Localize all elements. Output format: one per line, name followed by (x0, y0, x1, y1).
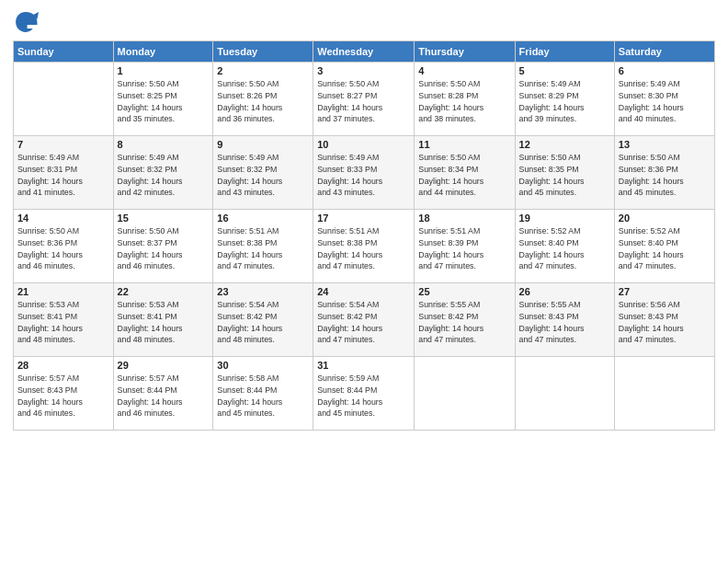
day-number: 4 (418, 65, 510, 76)
day-info: Sunrise: 5:53 AM Sunset: 8:41 PM Dayligh… (17, 299, 109, 346)
calendar-cell: 11Sunrise: 5:50 AM Sunset: 8:34 PM Dayli… (415, 136, 515, 210)
calendar-cell: 20Sunrise: 5:52 AM Sunset: 8:40 PM Dayli… (614, 210, 714, 283)
day-number: 19 (519, 213, 610, 224)
day-number: 29 (118, 360, 210, 371)
day-number: 9 (217, 139, 309, 150)
calendar-week-3: 14Sunrise: 5:50 AM Sunset: 8:36 PM Dayli… (14, 210, 715, 283)
calendar-cell: 14Sunrise: 5:50 AM Sunset: 8:36 PM Dayli… (14, 210, 114, 283)
weekday-header-wednesday: Wednesday (313, 41, 415, 63)
calendar-table: SundayMondayTuesdayWednesdayThursdayFrid… (13, 40, 715, 431)
calendar-cell: 23Sunrise: 5:54 AM Sunset: 8:42 PM Dayli… (213, 283, 313, 357)
calendar-cell: 15Sunrise: 5:50 AM Sunset: 8:37 PM Dayli… (113, 210, 213, 283)
calendar-cell: 30Sunrise: 5:58 AM Sunset: 8:44 PM Dayli… (213, 357, 313, 431)
calendar-cell (14, 63, 114, 136)
day-number: 2 (217, 65, 309, 76)
day-info: Sunrise: 5:50 AM Sunset: 8:36 PM Dayligh… (17, 225, 109, 272)
day-number: 12 (519, 139, 610, 150)
day-number: 20 (619, 213, 711, 224)
day-info: Sunrise: 5:50 AM Sunset: 8:35 PM Dayligh… (519, 152, 610, 199)
calendar-cell: 17Sunrise: 5:51 AM Sunset: 8:38 PM Dayli… (313, 210, 415, 283)
day-info: Sunrise: 5:49 AM Sunset: 8:30 PM Dayligh… (619, 78, 711, 125)
calendar-cell: 29Sunrise: 5:57 AM Sunset: 8:44 PM Dayli… (113, 357, 213, 431)
calendar-cell: 1Sunrise: 5:50 AM Sunset: 8:25 PM Daylig… (113, 63, 213, 136)
day-info: Sunrise: 5:50 AM Sunset: 8:34 PM Dayligh… (418, 152, 510, 199)
day-info: Sunrise: 5:57 AM Sunset: 8:43 PM Dayligh… (17, 373, 109, 419)
day-info: Sunrise: 5:56 AM Sunset: 8:43 PM Dayligh… (619, 299, 711, 346)
day-info: Sunrise: 5:54 AM Sunset: 8:42 PM Dayligh… (217, 299, 309, 346)
weekday-header-thursday: Thursday (415, 41, 515, 63)
calendar-cell (614, 357, 714, 431)
calendar-cell: 8Sunrise: 5:49 AM Sunset: 8:32 PM Daylig… (113, 136, 213, 210)
calendar-cell: 31Sunrise: 5:59 AM Sunset: 8:44 PM Dayli… (313, 357, 415, 431)
calendar-week-2: 7Sunrise: 5:49 AM Sunset: 8:31 PM Daylig… (14, 136, 715, 210)
day-number: 8 (118, 139, 210, 150)
day-info: Sunrise: 5:51 AM Sunset: 8:39 PM Dayligh… (418, 225, 510, 272)
day-info: Sunrise: 5:55 AM Sunset: 8:43 PM Dayligh… (519, 299, 610, 346)
calendar-cell (415, 357, 515, 431)
day-info: Sunrise: 5:50 AM Sunset: 8:36 PM Dayligh… (619, 152, 711, 199)
day-info: Sunrise: 5:54 AM Sunset: 8:42 PM Dayligh… (317, 299, 410, 346)
calendar-cell: 16Sunrise: 5:51 AM Sunset: 8:38 PM Dayli… (213, 210, 313, 283)
day-info: Sunrise: 5:49 AM Sunset: 8:32 PM Dayligh… (217, 152, 309, 199)
day-number: 14 (17, 213, 109, 224)
day-info: Sunrise: 5:58 AM Sunset: 8:44 PM Dayligh… (217, 373, 309, 419)
calendar-cell: 7Sunrise: 5:49 AM Sunset: 8:31 PM Daylig… (14, 136, 114, 210)
day-info: Sunrise: 5:52 AM Sunset: 8:40 PM Dayligh… (619, 225, 711, 272)
calendar-cell: 27Sunrise: 5:56 AM Sunset: 8:43 PM Dayli… (614, 283, 714, 357)
day-info: Sunrise: 5:50 AM Sunset: 8:28 PM Dayligh… (418, 78, 510, 125)
day-number: 31 (317, 360, 410, 371)
calendar-cell: 2Sunrise: 5:50 AM Sunset: 8:26 PM Daylig… (213, 63, 313, 136)
page: SundayMondayTuesdayWednesdayThursdayFrid… (0, 0, 728, 563)
day-info: Sunrise: 5:50 AM Sunset: 8:27 PM Dayligh… (317, 78, 410, 125)
calendar-cell: 18Sunrise: 5:51 AM Sunset: 8:39 PM Dayli… (415, 210, 515, 283)
day-number: 25 (418, 286, 510, 297)
day-number: 16 (217, 213, 309, 224)
day-info: Sunrise: 5:53 AM Sunset: 8:41 PM Dayligh… (118, 299, 210, 346)
calendar-cell (515, 357, 614, 431)
day-info: Sunrise: 5:50 AM Sunset: 8:26 PM Dayligh… (217, 78, 309, 125)
day-info: Sunrise: 5:50 AM Sunset: 8:25 PM Dayligh… (118, 78, 210, 125)
weekday-row: SundayMondayTuesdayWednesdayThursdayFrid… (14, 41, 715, 63)
calendar-cell: 6Sunrise: 5:49 AM Sunset: 8:30 PM Daylig… (614, 63, 714, 136)
weekday-header-friday: Friday (515, 41, 614, 63)
calendar-cell: 10Sunrise: 5:49 AM Sunset: 8:33 PM Dayli… (313, 136, 415, 210)
day-number: 24 (317, 286, 410, 297)
day-number: 1 (118, 65, 210, 76)
calendar-body: 1Sunrise: 5:50 AM Sunset: 8:25 PM Daylig… (14, 63, 715, 431)
day-info: Sunrise: 5:49 AM Sunset: 8:33 PM Dayligh… (317, 152, 410, 199)
calendar-week-4: 21Sunrise: 5:53 AM Sunset: 8:41 PM Dayli… (14, 283, 715, 357)
day-number: 28 (17, 360, 109, 371)
weekday-header-saturday: Saturday (614, 41, 714, 63)
day-number: 15 (118, 213, 210, 224)
day-number: 21 (17, 286, 109, 297)
calendar-cell: 5Sunrise: 5:49 AM Sunset: 8:29 PM Daylig… (515, 63, 614, 136)
day-number: 23 (217, 286, 309, 297)
day-number: 22 (118, 286, 210, 297)
day-number: 10 (317, 139, 410, 150)
calendar-cell: 24Sunrise: 5:54 AM Sunset: 8:42 PM Dayli… (313, 283, 415, 357)
calendar-week-1: 1Sunrise: 5:50 AM Sunset: 8:25 PM Daylig… (14, 63, 715, 136)
day-info: Sunrise: 5:51 AM Sunset: 8:38 PM Dayligh… (217, 225, 309, 272)
day-info: Sunrise: 5:59 AM Sunset: 8:44 PM Dayligh… (317, 373, 410, 419)
day-info: Sunrise: 5:52 AM Sunset: 8:40 PM Dayligh… (519, 225, 610, 272)
day-number: 5 (519, 65, 610, 76)
day-info: Sunrise: 5:49 AM Sunset: 8:32 PM Dayligh… (118, 152, 210, 199)
day-info: Sunrise: 5:49 AM Sunset: 8:29 PM Dayligh… (519, 78, 610, 125)
logo-icon (13, 9, 39, 35)
day-number: 11 (418, 139, 510, 150)
day-info: Sunrise: 5:50 AM Sunset: 8:37 PM Dayligh… (118, 225, 210, 272)
weekday-header-tuesday: Tuesday (213, 41, 313, 63)
logo (13, 9, 42, 35)
calendar-cell: 28Sunrise: 5:57 AM Sunset: 8:43 PM Dayli… (14, 357, 114, 431)
calendar-cell: 9Sunrise: 5:49 AM Sunset: 8:32 PM Daylig… (213, 136, 313, 210)
calendar-cell: 21Sunrise: 5:53 AM Sunset: 8:41 PM Dayli… (14, 283, 114, 357)
day-number: 13 (619, 139, 711, 150)
day-number: 30 (217, 360, 309, 371)
calendar-week-5: 28Sunrise: 5:57 AM Sunset: 8:43 PM Dayli… (14, 357, 715, 431)
day-info: Sunrise: 5:57 AM Sunset: 8:44 PM Dayligh… (118, 373, 210, 419)
day-number: 18 (418, 213, 510, 224)
day-number: 27 (619, 286, 711, 297)
day-number: 26 (519, 286, 610, 297)
calendar-cell: 12Sunrise: 5:50 AM Sunset: 8:35 PM Dayli… (515, 136, 614, 210)
weekday-header-monday: Monday (113, 41, 213, 63)
